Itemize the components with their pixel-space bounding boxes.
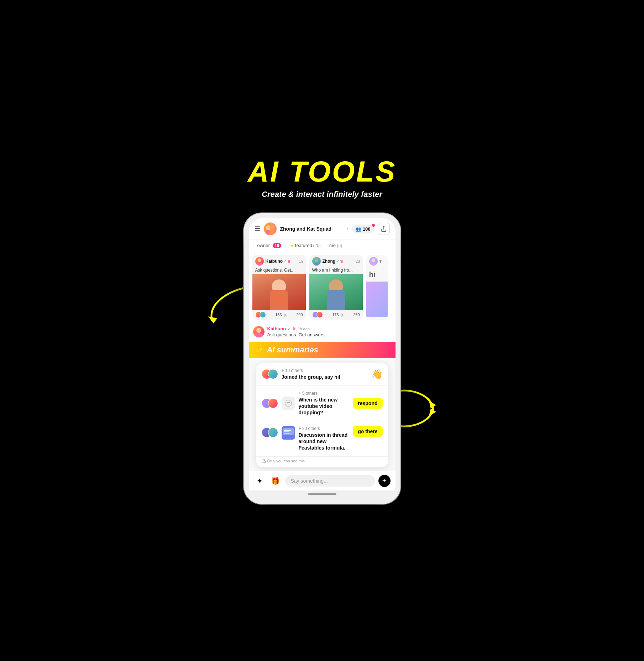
summary-2-avatars [262, 398, 278, 408]
only-you-text: Only you can see this. [267, 459, 306, 463]
add-button[interactable]: + [378, 475, 391, 487]
phone-wrapper: ☰ Zhong and Kat Squad › � [244, 213, 400, 504]
post-3-avatar [369, 257, 378, 266]
menu-icon[interactable]: ☰ [255, 225, 260, 233]
post-card-2: Zhong ✓ ♛ 2d Who am I hiding fro... [309, 255, 363, 320]
tab-me[interactable]: me (5) [325, 240, 346, 251]
share-button[interactable] [378, 223, 390, 235]
chat-time: 1h ago [298, 327, 310, 331]
svg-rect-9 [257, 263, 262, 266]
message-input[interactable]: Say something... [285, 475, 375, 487]
post-2-username: Zhong [323, 259, 336, 264]
svg-point-12 [372, 258, 375, 262]
post-card-3-header: T [366, 255, 388, 268]
summary-av-6 [268, 427, 278, 437]
post-2-time: 2d [356, 259, 360, 263]
spark-button[interactable]: ✦ [254, 475, 266, 487]
post-2-badges: Zhong ✓ ♛ [323, 259, 344, 264]
featured-count: (25) [313, 243, 320, 248]
summary-3-avatars [262, 427, 278, 437]
group-info: Zhong and Kat Squad [280, 226, 344, 232]
svg-rect-6 [270, 230, 274, 234]
post-1-face [267, 278, 290, 310]
play-icon-2: ▷ [341, 313, 344, 317]
svg-rect-22 [262, 461, 265, 463]
members-count: 100 [363, 226, 371, 232]
chat-area: Katbuno ✓ ♛ 1h ago Ask questions. Get an… [249, 323, 396, 340]
post-1-badges: Katbuno ✓ ♛ [266, 259, 291, 264]
chat-msg-header: Katbuno ✓ ♛ 1h ago [267, 326, 391, 331]
ai-banner: ✨ AI summaries [249, 342, 396, 358]
tab-owner[interactable]: owner 15 [253, 240, 286, 251]
post-2-footer: 173 ▷ 250 [309, 310, 363, 320]
post-1-time: 1h [299, 259, 303, 263]
group-avatar [264, 222, 277, 235]
page-container: AI TOOLS Create & interact infinitely fa… [198, 157, 447, 504]
svg-rect-21 [284, 433, 290, 434]
chat-text: Ask questions. Get answers. [267, 332, 391, 337]
message-bubble-icon [282, 397, 295, 410]
face-body-2 [327, 290, 345, 310]
svg-marker-0 [208, 316, 217, 324]
summary-3-others: + 20 others [299, 426, 350, 431]
ai-banner-text: AI summaries [267, 345, 318, 355]
post-1-avatar [255, 257, 264, 266]
page-title: AI TOOLS [248, 157, 397, 186]
ai-banner-wrapper: ✨ AI summaries [249, 342, 396, 358]
post-3-image [366, 282, 388, 317]
chat-avatar [253, 326, 265, 337]
svg-rect-15 [255, 333, 263, 337]
post-card-1: Katbuno ✓ ♛ 1h Ask questions. Get... [252, 255, 306, 320]
wave-emoji: 👋 [371, 369, 383, 380]
gift-button[interactable]: 🎁 [269, 475, 282, 487]
svg-rect-13 [371, 263, 376, 266]
post-1-plays: 200 [296, 313, 303, 317]
summary-av-4 [268, 398, 278, 408]
group-name: Zhong and Kat Squad [280, 226, 344, 232]
post-1-username-area: Katbuno ✓ ♛ [266, 259, 291, 264]
star-icon: ★ [290, 243, 294, 248]
arrow-left-decoration [201, 284, 247, 327]
ai-stars-icon: ✨ [255, 346, 264, 354]
phone: ☰ Zhong and Kat Squad › � [244, 213, 400, 504]
members-badge[interactable]: 👥 100 [352, 225, 374, 234]
summary-3-text: Discussion in thread around new Feastabl… [299, 432, 350, 451]
summary-1-content: + 10 others Joined the group, say hi! [282, 368, 368, 380]
summary-item-1: + 10 others Joined the group, say hi! 👋 [256, 363, 388, 385]
summary-1-others: + 10 others [282, 368, 368, 373]
chat-verify-icon: ✓ [287, 326, 291, 331]
mini-av-4 [316, 311, 323, 318]
post-1-footer: 153 ▷ 200 [252, 310, 306, 320]
summary-section: + 10 others Joined the group, say hi! 👋 [249, 360, 396, 471]
home-indicator [249, 490, 396, 499]
verify-icon-2: ✓ [336, 259, 339, 264]
phone-topbar: ☰ Zhong and Kat Squad › � [249, 218, 396, 240]
summary-2-content: + 5 others When is the new youtube video… [299, 391, 350, 416]
face-body-1 [270, 290, 288, 310]
post-card-2-header: Zhong ✓ ♛ 2d [309, 255, 363, 268]
post-card-3: T hi [366, 255, 388, 320]
tab-featured[interactable]: ★ featured (25) [286, 240, 325, 251]
only-you-note: Only you can see this. [256, 457, 388, 467]
summary-3-content: + 20 others Discussion in thread around … [299, 426, 350, 451]
svg-rect-20 [284, 431, 289, 432]
owner-badge: 15 [273, 243, 281, 248]
tab-bar: owner 15 ★ featured (25) me (5) [249, 240, 396, 251]
post-2-plays: 250 [353, 313, 360, 317]
go-there-button[interactable]: go there [353, 426, 382, 437]
post-1-image [252, 274, 306, 310]
svg-point-16 [285, 400, 291, 406]
posts-row: Katbuno ✓ ♛ 1h Ask questions. Get... [249, 251, 396, 323]
post-2-caption: Who am I hiding fro... [309, 268, 363, 274]
svg-point-4 [269, 225, 274, 230]
chevron-icon: › [347, 226, 349, 232]
page-subtitle: Create & interact infinitely faster [262, 190, 382, 199]
arrow-right-gothere-decoration [393, 397, 447, 433]
play-icon-1: ▷ [284, 313, 287, 317]
post-3-hi: hi [366, 268, 388, 282]
post-2-face [324, 278, 347, 310]
post-1-likes: 153 [275, 313, 282, 317]
post-1-avatar-stack [255, 311, 266, 318]
respond-button[interactable]: respond [353, 398, 382, 409]
summary-1-avatars [262, 369, 278, 379]
